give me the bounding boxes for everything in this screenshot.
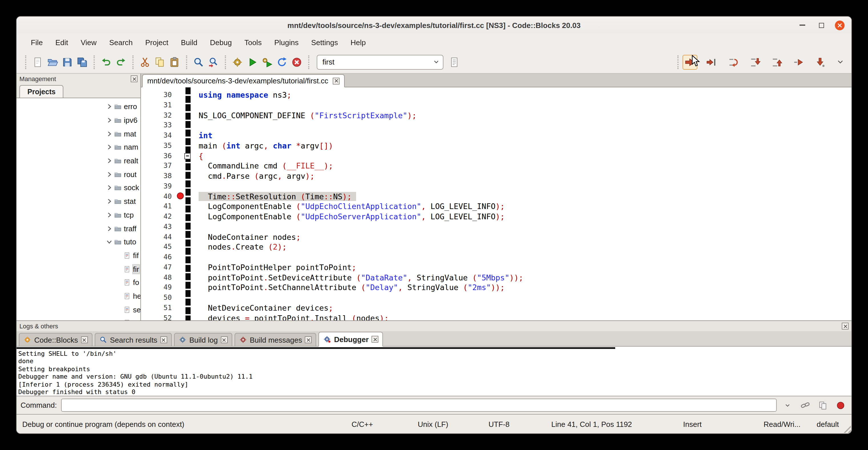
tree-item-tuto[interactable]: tuto [17, 235, 141, 249]
menu-file[interactable]: File [25, 36, 49, 49]
line-number[interactable]: 43 [141, 222, 176, 233]
chevron-right-icon[interactable] [105, 131, 113, 136]
menu-plugins[interactable]: Plugins [268, 36, 305, 49]
breakpoint-margin[interactable] [176, 232, 185, 242]
log-tab-close-button[interactable] [221, 336, 227, 343]
breakpoint-margin[interactable] [176, 263, 185, 273]
log-tab-close-button[interactable] [305, 336, 312, 343]
tree-item-se[interactable]: se [17, 317, 141, 320]
menu-edit[interactable]: Edit [49, 36, 74, 49]
breakpoint-margin[interactable] [176, 131, 185, 141]
chevron-down-icon[interactable] [105, 239, 113, 244]
menu-project[interactable]: Project [139, 36, 175, 49]
breakpoint-margin[interactable] [176, 212, 185, 222]
breakpoint-margin[interactable] [176, 100, 185, 111]
tree-item-fir[interactable]: fir [17, 262, 141, 276]
chevron-right-icon[interactable] [105, 145, 113, 150]
line-number[interactable]: 36 [141, 151, 176, 161]
save-all-button[interactable] [75, 55, 90, 69]
logs-close-button[interactable] [842, 323, 848, 330]
line-number[interactable]: 38 [141, 171, 176, 182]
build-button[interactable] [230, 55, 245, 69]
menu-debug[interactable]: Debug [204, 36, 238, 49]
tree-item-traff[interactable]: traff [17, 221, 141, 235]
tree-item-mat[interactable]: mat [17, 127, 141, 141]
fold-marker[interactable] [184, 153, 191, 159]
new-file-button[interactable] [30, 55, 45, 69]
log-tab-close-button[interactable] [372, 336, 378, 342]
line-number[interactable]: 49 [141, 283, 176, 293]
line-number[interactable]: 42 [141, 212, 176, 222]
close-button[interactable] [835, 20, 845, 30]
breakpoint-margin[interactable] [176, 242, 185, 253]
tree-item-se[interactable]: se [17, 303, 141, 317]
copy-log-button[interactable] [816, 398, 830, 412]
breakpoint-margin[interactable] [176, 161, 185, 172]
chevron-right-icon[interactable] [105, 199, 113, 204]
editor-tab-close-button[interactable] [333, 78, 340, 84]
breakpoint-margin[interactable] [176, 171, 185, 182]
menu-settings[interactable]: Settings [305, 36, 344, 49]
line-number[interactable]: 34 [141, 131, 176, 141]
line-number[interactable]: 45 [141, 242, 176, 253]
breakpoint-margin[interactable] [176, 303, 185, 313]
line-number[interactable]: 51 [141, 303, 176, 313]
line-number[interactable]: 35 [141, 141, 176, 151]
menu-help[interactable]: Help [344, 36, 372, 49]
rebuild-button[interactable] [275, 55, 289, 69]
line-number[interactable]: 41 [141, 202, 176, 212]
breakpoint-margin[interactable] [176, 283, 185, 293]
log-tab-build-log[interactable]: Build log [174, 333, 232, 346]
chevron-right-icon[interactable] [105, 226, 113, 231]
breakpoint-margin[interactable] [176, 313, 185, 320]
menu-tools[interactable]: Tools [238, 36, 268, 49]
cut-button[interactable] [137, 55, 152, 69]
line-number[interactable]: 40 [141, 191, 176, 202]
tree-item-nam[interactable]: nam [17, 141, 141, 154]
tree-item-rout[interactable]: rout [17, 168, 141, 181]
titlebar[interactable]: mnt/dev/tools/source/ns-3-dev/examples/t… [17, 17, 851, 34]
tree-item-fif[interactable]: fif [17, 249, 141, 262]
breakpoint-margin[interactable] [176, 202, 185, 212]
management-close-button[interactable] [131, 76, 137, 82]
step-out-button[interactable] [769, 55, 784, 69]
toolbar-overflow-button[interactable] [833, 55, 847, 69]
minimize-button[interactable] [797, 20, 807, 30]
line-number[interactable]: 48 [141, 273, 176, 283]
breakpoint-margin[interactable] [176, 222, 185, 233]
breakpoint-margin[interactable] [176, 252, 185, 263]
breakpoint-margin[interactable] [176, 141, 185, 151]
redo-button[interactable] [114, 55, 128, 69]
code-editor[interactable]: 30using namespace ns3;3132NS_LOG_COMPONE… [141, 87, 851, 320]
menu-search[interactable]: Search [103, 36, 139, 49]
line-number[interactable]: 39 [141, 182, 176, 192]
chevron-right-icon[interactable] [105, 104, 113, 109]
chevron-down-icon[interactable] [433, 58, 440, 66]
step-into-instruction-button[interactable] [813, 55, 828, 69]
breakpoint-marker[interactable] [177, 193, 184, 200]
document-button[interactable] [447, 55, 462, 69]
chevron-right-icon[interactable] [105, 212, 113, 217]
tab-projects[interactable]: Projects [20, 85, 64, 98]
replace-button[interactable] [206, 55, 221, 69]
tree-item-fo[interactable]: fo [17, 276, 141, 289]
next-instruction-button[interactable] [791, 55, 806, 69]
tree-item-stat[interactable]: stat [17, 195, 141, 208]
tree-item-realt[interactable]: realt [17, 154, 141, 168]
log-tab-build-messages[interactable]: Build messages [234, 333, 316, 346]
command-input[interactable] [61, 399, 777, 412]
chevron-right-icon[interactable] [105, 158, 113, 163]
tree-item-erro[interactable]: erro [17, 100, 141, 113]
line-number[interactable]: 37 [141, 161, 176, 172]
command-dropdown-button[interactable] [781, 398, 795, 412]
open-file-button[interactable] [45, 55, 60, 69]
tree-item-ipv6[interactable]: ipv6 [17, 113, 141, 127]
tree-item-he[interactable]: he [17, 289, 141, 303]
tree-item-tcp[interactable]: tcp [17, 208, 141, 221]
breakpoint-margin[interactable] [176, 273, 185, 283]
line-number[interactable]: 44 [141, 232, 176, 242]
line-number[interactable]: 50 [141, 293, 176, 303]
menu-build[interactable]: Build [175, 36, 204, 49]
build-and-run-button[interactable] [260, 55, 275, 69]
chevron-right-icon[interactable] [105, 172, 113, 177]
